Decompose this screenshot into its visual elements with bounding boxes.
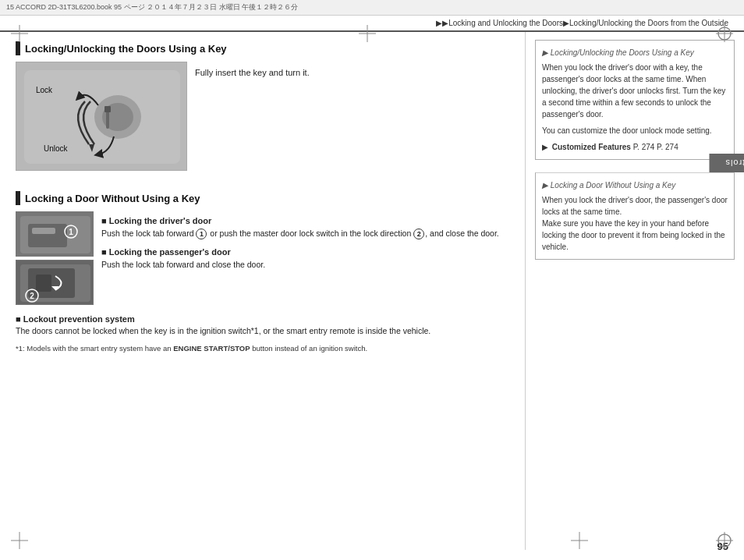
svg-text:2: 2 [30, 292, 34, 300]
svg-rect-5 [105, 106, 111, 112]
note-box-1: ▶ Locking/Unlocking the Doors Using a Ke… [535, 40, 735, 160]
note1-link-icon: ▶ [542, 143, 548, 151]
note2-title: ▶ Locking a Door Without Using a Key [542, 179, 728, 191]
sub1-text: Push the lock tab forward 1 or push the … [101, 228, 512, 239]
right-panel: ▶ Locking/Unlocking the Doors Using a Ke… [526, 32, 744, 550]
crosshair-tl [11, 25, 28, 42]
section2-title: Locking a Door Without Using a Key [25, 193, 200, 204]
lock-label: Lock [36, 86, 52, 94]
lockout-heading: ■ Lockout prevention system [16, 314, 135, 324]
footnote-prefix: *1: Models with the smart entry system h… [16, 344, 173, 353]
sub2-heading: ■ Locking the passenger's door [101, 247, 512, 257]
corner-bm [571, 532, 588, 551]
corner-tc [359, 25, 376, 44]
footnote: *1: Models with the smart entry system h… [16, 343, 512, 353]
door-instructions: ■ Locking the driver's door Push the loc… [101, 211, 512, 305]
note1-arrow: ▶ [542, 48, 551, 57]
crosshair-bl [11, 532, 28, 549]
section2-bar [16, 191, 20, 205]
circle-1: 1 [196, 229, 207, 239]
door-images: 1 [16, 211, 94, 305]
crosshair-br [716, 532, 733, 549]
lockout-section: ■ Lockout prevention system The doors ca… [16, 314, 512, 337]
note2-arrow: ▶ [542, 181, 551, 190]
section1: Locking/Unlocking the Doors Using a Key [16, 41, 512, 177]
note1-link-page: P. 274 [633, 143, 655, 151]
engine-start-stop: ENGINE START/STOP [173, 344, 250, 353]
controls-label: Controls [725, 158, 744, 168]
crosshair-tc [359, 25, 376, 42]
section2-content: 1 [16, 211, 512, 305]
corner-br [716, 532, 733, 551]
section1-header: Locking/Unlocking the Doors Using a Key [16, 41, 512, 55]
note1-link-label: Customized Features [552, 143, 631, 151]
key-illustration-wrapper: Lock Unlock [16, 62, 187, 177]
breadcrumb-text: ▶▶Locking and Unlocking the Doors▶Lockin… [436, 19, 728, 27]
crosshair-tr [716, 25, 733, 42]
door-img-2: 2 [16, 260, 94, 305]
svg-text:1: 1 [69, 228, 73, 236]
section1-instruction: Fully insert the key and turn it. [195, 62, 310, 177]
main-content: Locking/Unlocking the Doors Using a Key [0, 32, 744, 550]
svg-rect-10 [32, 228, 55, 234]
key-svg [16, 62, 187, 171]
section1-title: Locking/Unlocking the Doors Using a Key [25, 43, 227, 55]
file-info: 15 ACCORD 2D-31T3L6200.book 95 ページ ２０１４年… [6, 2, 298, 12]
svg-rect-16 [36, 275, 51, 292]
section2-header: Locking a Door Without Using a Key [16, 191, 512, 205]
key-illustration: Lock Unlock [16, 62, 187, 171]
lockout-text: The doors cannot be locked when the key … [16, 325, 512, 337]
crosshair-bm [571, 532, 588, 549]
circle-2: 2 [413, 229, 424, 239]
sub2-text: Push the lock tab forward and close the … [101, 259, 512, 271]
sub1-heading: ■ Locking the driver's door [101, 216, 512, 225]
left-panel: Locking/Unlocking the Doors Using a Key [0, 32, 526, 550]
corner-tr [716, 25, 733, 44]
top-bar: 15 ACCORD 2D-31T3L6200.book 95 ページ ２０１４年… [0, 0, 744, 16]
section1-content: Lock Unlock Fully insert the key and tur… [16, 62, 512, 177]
note1-title: ▶ Locking/Unlocking the Doors Using a Ke… [542, 47, 728, 58]
note2-text: When you lock the driver's door, the pas… [542, 194, 728, 253]
door-img-1: 1 [16, 211, 94, 257]
note-box-2: ▶ Locking a Door Without Using a Key Whe… [535, 172, 735, 260]
corner-bl [11, 532, 28, 551]
footnote-suffix: button instead of an ignition switch. [250, 344, 368, 353]
door-svg-1: 1 [16, 212, 94, 257]
door-svg-2: 2 [16, 261, 94, 305]
corner-tl [11, 25, 28, 44]
note1-text: When you lock the driver's door with a k… [542, 62, 728, 120]
svg-rect-9 [28, 224, 67, 247]
section1-instruction-text: Fully insert the key and turn it. [195, 68, 310, 77]
controls-tab: Controls [710, 154, 744, 172]
section2: Locking a Door Without Using a Key [16, 191, 512, 305]
unlock-label: Unlock [44, 144, 68, 153]
note1-link: ▶ Customized Features P. 274 P. 274 [542, 141, 728, 153]
note1-extra: You can customize the door unlock mode s… [542, 125, 728, 136]
